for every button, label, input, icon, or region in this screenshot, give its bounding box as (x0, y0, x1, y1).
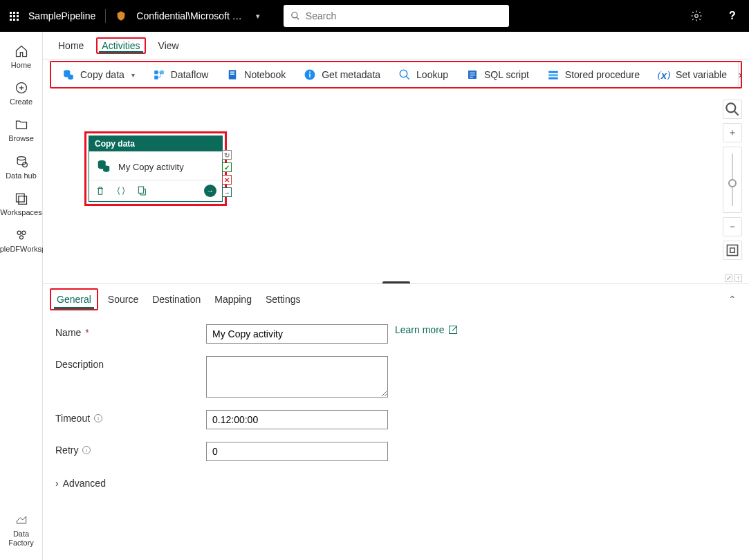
settings-gear-icon[interactable] (690, 9, 703, 23)
pipeline-name-text: SamplePipeline (28, 10, 95, 21)
zoom-out-button[interactable]: － (723, 217, 742, 236)
properties-tab-row: General Source Destination Mapping Setti… (43, 284, 749, 315)
description-input[interactable] (206, 356, 388, 398)
toolbar-dataflow[interactable]: Dataflow (146, 66, 215, 84)
advanced-toggle[interactable]: › Advanced (55, 474, 106, 489)
toolbar-lookup[interactable]: Lookup (391, 66, 455, 84)
prop-tab-settings[interactable]: Settings (259, 287, 308, 312)
retry-label: Retry i (55, 442, 206, 456)
name-input[interactable] (206, 324, 388, 344)
svg-point-24 (400, 70, 407, 77)
svg-point-2 (695, 15, 699, 18)
toolbar-lookup-label: Lookup (416, 69, 448, 80)
svg-point-12 (19, 236, 23, 239)
toolbar-notebook-label: Notebook (244, 69, 286, 80)
chevron-right-icon: › (55, 478, 59, 489)
panel-resize-handle[interactable] (382, 281, 410, 283)
nav-sample-workspace[interactable]: SampleDFWorkspace (2, 223, 41, 259)
chevron-right-icon: › (739, 69, 742, 80)
left-nav-rail: Home Create Browse Data hub Workspaces S… (0, 32, 43, 560)
toolbar-stored-procedure[interactable]: Stored procedure (540, 66, 647, 84)
sensitivity-shield-icon (115, 10, 127, 21)
connector-success-icon[interactable]: ✓ (222, 162, 232, 172)
timeout-label: Timeout i (55, 410, 206, 424)
info-icon[interactable]: i (82, 446, 91, 454)
activities-toolbar: Copy data ▾ Dataflow Notebook Get metada… (50, 61, 742, 88)
info-icon[interactable]: i (94, 414, 102, 422)
global-search[interactable] (284, 5, 509, 27)
delete-icon[interactable] (95, 185, 106, 196)
pipeline-canvas[interactable]: Copy data My Copy activity → ↻ ✓ (43, 90, 749, 283)
collapse-panel-button[interactable]: ⌃ (723, 291, 742, 308)
ribbon-tab-view[interactable]: View (153, 36, 185, 55)
help-icon[interactable]: ? (725, 9, 739, 23)
zoom-in-button[interactable]: ＋ (723, 123, 742, 142)
copy-data-icon (96, 158, 111, 176)
prop-tab-general[interactable]: General (50, 288, 98, 310)
properties-panel: General Source Destination Mapping Setti… (43, 283, 749, 560)
code-braces-icon[interactable] (115, 185, 127, 196)
general-form: Name * Learn more Description Timeout i (43, 315, 749, 498)
ribbon-tab-activities[interactable]: Activities (96, 37, 145, 54)
svg-point-0 (292, 12, 297, 18)
svg-point-10 (17, 231, 21, 234)
sensitivity-dropdown-chevron-icon[interactable]: ▾ (252, 9, 264, 24)
nav-browse[interactable]: Browse (2, 112, 41, 149)
connector-completion-icon[interactable]: → (222, 187, 232, 197)
toolbar-notebook[interactable]: Notebook (219, 66, 293, 84)
svg-point-11 (21, 231, 25, 234)
nav-home[interactable]: Home (2, 39, 41, 75)
run-activity-icon[interactable]: → (204, 185, 216, 197)
connector-loop-icon[interactable]: ↻ (222, 150, 232, 160)
data-factory-icon (15, 513, 28, 527)
svg-rect-16 (154, 76, 158, 80)
svg-rect-27 (470, 73, 475, 73)
zoom-fit-button[interactable] (723, 241, 742, 260)
svg-rect-31 (548, 74, 558, 76)
learn-more-label: Learn more (395, 324, 445, 335)
prop-tab-source[interactable]: Source (101, 287, 145, 312)
stored-procedure-icon (547, 68, 560, 81)
workspace-icon (15, 228, 28, 242)
canvas-corner-btn-1[interactable]: ⤢ (725, 274, 732, 282)
svg-rect-22 (309, 74, 311, 77)
retry-input[interactable] (206, 442, 388, 461)
dataflow-icon (153, 68, 165, 81)
canvas-corner-btn-2[interactable]: ↑ (734, 274, 742, 282)
toolbar-set-variable[interactable]: (x) Set variable (651, 66, 734, 84)
name-label: Name * (55, 324, 206, 338)
canvas-search-button[interactable] (723, 100, 742, 119)
toolbar-copy-data[interactable]: Copy data ▾ (55, 66, 142, 84)
timeout-input[interactable] (206, 410, 388, 429)
nav-data-factory[interactable]: Data Factory (2, 507, 41, 553)
toolbar-overflow-button[interactable]: › (738, 62, 742, 87)
svg-point-23 (309, 71, 311, 73)
nav-create[interactable]: Create (2, 75, 41, 112)
learn-more-link[interactable]: Learn more (395, 324, 457, 335)
svg-rect-35 (138, 187, 143, 193)
ribbon-tab-home[interactable]: Home (53, 36, 89, 55)
toolbar-get-metadata[interactable]: Get metadata (297, 66, 387, 84)
data-hub-icon (15, 155, 28, 169)
toolbar-copy-data-label: Copy data (80, 69, 124, 80)
prop-tab-destination[interactable]: Destination (145, 287, 207, 312)
nav-data-hub[interactable]: Data hub (2, 149, 41, 186)
nav-data-factory-label: Data Factory (2, 530, 41, 548)
copy-icon[interactable] (136, 185, 147, 196)
connector-failure-icon[interactable]: ✕ (222, 175, 232, 185)
app-launcher-icon[interactable] (10, 12, 19, 21)
zoom-slider[interactable] (723, 147, 742, 213)
svg-rect-28 (470, 75, 475, 75)
svg-rect-30 (548, 71, 558, 73)
chevron-up-icon: ⌃ (728, 294, 737, 305)
activity-node-copy-data[interactable]: Copy data My Copy activity → ↻ ✓ (89, 136, 223, 202)
highlight-selected-node: Copy data My Copy activity → ↻ ✓ (84, 131, 227, 206)
prop-tab-mapping[interactable]: Mapping (207, 287, 259, 312)
folder-icon (15, 118, 28, 131)
global-search-input[interactable] (306, 10, 502, 21)
divider (105, 9, 106, 23)
nav-workspaces[interactable]: Workspaces (2, 186, 41, 223)
search-icon (723, 100, 741, 118)
toolbar-sql-script[interactable]: SQL script (459, 66, 536, 84)
sensitivity-label[interactable]: Confidential\Microsoft … (136, 10, 242, 21)
